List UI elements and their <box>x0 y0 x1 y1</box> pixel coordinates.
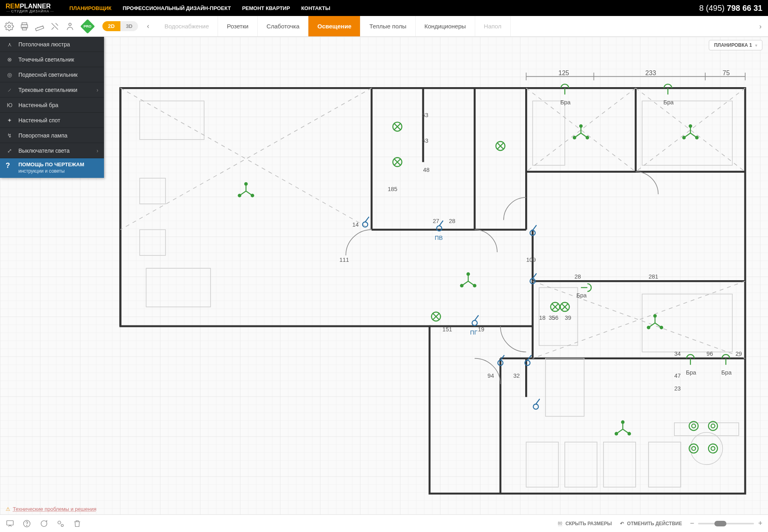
svg-text:125: 125 <box>558 69 569 76</box>
svg-rect-34 <box>140 178 165 204</box>
svg-point-99 <box>61 524 64 526</box>
svg-line-49 <box>120 88 372 229</box>
svg-text:14: 14 <box>352 221 359 228</box>
svg-text:32: 32 <box>513 373 520 379</box>
view-3d[interactable]: 3D <box>120 21 138 31</box>
svg-text:35: 35 <box>549 315 555 321</box>
chandelier-icon: ⋏ <box>6 41 14 48</box>
wallspot-icon: ✦ <box>6 117 14 124</box>
presentation-icon[interactable] <box>6 519 14 528</box>
svg-text:94: 94 <box>488 373 494 379</box>
svg-text:75: 75 <box>723 69 730 76</box>
svg-rect-33 <box>140 101 204 140</box>
chat-icon[interactable] <box>39 519 48 528</box>
svg-text:28: 28 <box>574 273 581 280</box>
svg-text:39: 39 <box>565 315 571 321</box>
svg-rect-95 <box>7 520 14 525</box>
zoom-slider[interactable] <box>698 523 754 524</box>
svg-rect-43 <box>565 442 597 487</box>
svg-rect-47 <box>674 423 739 436</box>
svg-rect-36 <box>146 268 210 307</box>
nav-contacts[interactable]: КОНТАКТЫ <box>301 5 330 11</box>
tab-ac[interactable]: Кондиционеры <box>416 16 475 36</box>
svg-rect-45 <box>648 442 681 487</box>
help-icon: ? <box>6 161 14 174</box>
tabs-scroll-left[interactable]: ‹ <box>145 22 151 30</box>
zoom-out-button[interactable]: − <box>690 519 694 528</box>
svg-text:34: 34 <box>674 351 681 357</box>
svg-text:Бра: Бра <box>686 369 697 376</box>
layout-selector[interactable]: ПЛАНИРОВКА 1▾ <box>709 40 762 50</box>
brand-logo[interactable]: REMPLANNER СТУДИЯ ДИЗАЙНА <box>6 3 55 13</box>
zoom-in-button[interactable]: + <box>758 519 762 528</box>
undo-button[interactable]: ↶ ОТМЕНИТЬ ДЕЙСТВИЕ <box>620 521 682 526</box>
ruler-icon[interactable] <box>34 21 45 32</box>
svg-text:63: 63 <box>422 137 428 144</box>
swivel-icon: ↯ <box>6 132 14 139</box>
undo-icon: ↶ <box>620 521 624 526</box>
pro-badge[interactable]: PRO <box>80 19 95 34</box>
pendant-icon: ◎ <box>6 72 14 78</box>
svg-text:ПГ: ПГ <box>470 329 477 336</box>
nav-renovation[interactable]: РЕМОНТ КВАРТИР <box>242 5 290 11</box>
tab-lowvoltage[interactable]: Слаботочка <box>258 16 308 36</box>
canvas-workspace[interactable]: ПЛАНИРОВКА 1▾ ⋏ Потолочная люстра ⊗ Точе… <box>0 37 768 514</box>
svg-rect-44 <box>604 442 636 487</box>
top-nav: ПЛАНИРОВЩИК ПРОФЕССИОНАЛЬНЫЙ ДИЗАЙН-ПРОЕ… <box>70 5 330 11</box>
svg-text:28: 28 <box>449 218 455 224</box>
settings-gear-icon[interactable] <box>4 21 14 32</box>
tool-swivel-lamp[interactable]: ↯ Поворотная лампа <box>0 128 104 143</box>
switch-icon: ⤢ <box>6 147 14 154</box>
svg-rect-3 <box>22 27 26 30</box>
svg-point-0 <box>8 25 10 28</box>
tab-flooring[interactable]: Напол <box>475 16 511 36</box>
hide-dimensions-button[interactable]: 80 СКРЫТЬ РАЗМЕРЫ <box>558 521 612 526</box>
svg-text:27: 27 <box>433 218 439 224</box>
plan-tabs: Водоснабжение Розетки Слаботочка Освещен… <box>156 16 764 36</box>
tool-pendant[interactable]: ◎ Подвесной светильник <box>0 67 104 82</box>
person-icon[interactable] <box>65 21 75 32</box>
svg-point-5 <box>69 23 71 26</box>
tool-spotlight[interactable]: ⊗ Точечный светильник <box>0 52 104 67</box>
track-icon: ⟋ <box>6 87 14 93</box>
tab-lighting[interactable]: Освещение <box>308 16 360 36</box>
technical-problems-link[interactable]: ⚠ Технические проблемы и решения <box>6 506 96 512</box>
svg-point-98 <box>58 521 61 524</box>
svg-line-48 <box>120 88 372 229</box>
tool-ceiling-chandelier[interactable]: ⋏ Потолочная люстра <box>0 37 104 52</box>
view-toggle: 2D 3D <box>102 21 138 31</box>
svg-rect-38 <box>533 101 565 165</box>
floorplan-drawing[interactable]: 125 233 75 Бра Бра Бра Бра Бра ПВ <box>112 69 760 506</box>
nav-planner[interactable]: ПЛАНИРОВЩИК <box>70 5 112 11</box>
top-navbar: REMPLANNER СТУДИЯ ДИЗАЙНА ПЛАНИРОВЩИК ПР… <box>0 0 768 16</box>
tab-water[interactable]: Водоснабжение <box>156 16 218 36</box>
trash-icon[interactable] <box>73 519 82 528</box>
svg-text:18: 18 <box>539 315 546 321</box>
lighting-tools-panel: ⋏ Потолочная люстра ⊗ Точечный светильни… <box>0 37 104 178</box>
svg-text:Бра: Бра <box>721 369 732 376</box>
bottom-toolbar: 80 СКРЫТЬ РАЗМЕРЫ ↶ ОТМЕНИТЬ ДЕЙСТВИЕ − … <box>0 514 768 532</box>
print-icon[interactable] <box>19 21 30 32</box>
help-drawings[interactable]: ? ПОМОЩЬ ПО ЧЕРТЕЖАМ инструкции и советы <box>0 158 104 178</box>
tool-wall-spot[interactable]: ✦ Настенный спот <box>0 113 104 128</box>
tool-sconce[interactable]: Ю Настенный бра <box>0 98 104 113</box>
svg-rect-35 <box>140 230 165 255</box>
view-2d[interactable]: 2D <box>102 21 120 31</box>
svg-text:96: 96 <box>706 351 713 357</box>
svg-text:Бра: Бра <box>663 99 674 106</box>
tool-track[interactable]: ⟋ Трековые светильники › <box>0 82 104 98</box>
phone-number[interactable]: 8 (495) 798 66 31 <box>699 4 762 13</box>
tab-heatedfloors[interactable]: Теплые полы <box>360 16 416 36</box>
svg-rect-42 <box>526 442 558 487</box>
tools-icon[interactable] <box>50 21 60 32</box>
tabs-scroll-right[interactable]: › <box>759 22 762 30</box>
svg-text:ПВ: ПВ <box>435 235 443 241</box>
tool-switches[interactable]: ⤢ Выключатели света › <box>0 143 104 158</box>
help-circle-icon[interactable] <box>22 519 31 528</box>
svg-point-97 <box>26 525 27 525</box>
nav-design[interactable]: ПРОФЕССИОНАЛЬНЫЙ ДИЗАЙН-ПРОЕКТ <box>123 5 231 11</box>
cogs-icon[interactable] <box>56 519 65 528</box>
tab-sockets[interactable]: Розетки <box>218 16 258 36</box>
warning-icon: ⚠ <box>6 506 10 512</box>
svg-rect-37 <box>642 101 732 165</box>
